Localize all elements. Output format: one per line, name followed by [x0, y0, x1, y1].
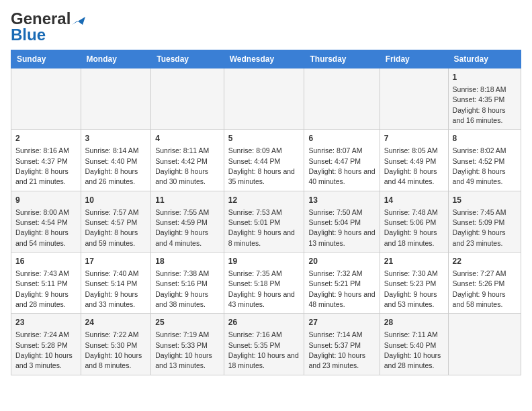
day-info: Sunrise: 7:50 AMSunset: 5:04 PMDaylight:…	[308, 208, 375, 247]
day-number: 27	[308, 317, 375, 328]
day-number: 5	[228, 133, 300, 144]
calendar-day-cell: 25Sunrise: 7:19 AMSunset: 5:33 PMDayligh…	[151, 314, 224, 375]
day-info: Sunrise: 7:45 AMSunset: 5:09 PMDaylight:…	[453, 208, 506, 247]
calendar-day-cell: 23Sunrise: 7:24 AMSunset: 5:28 PMDayligh…	[11, 314, 81, 375]
day-info: Sunrise: 7:35 AMSunset: 5:18 PMDaylight:…	[228, 269, 295, 308]
day-number: 11	[155, 195, 220, 206]
logo-blue-text: Blue	[11, 27, 85, 43]
calendar-day-cell: 10Sunrise: 7:57 AMSunset: 4:57 PMDayligh…	[81, 191, 151, 252]
day-info: Sunrise: 8:11 AMSunset: 4:42 PMDaylight:…	[155, 146, 209, 185]
day-number: 7	[384, 133, 444, 144]
day-number: 17	[85, 256, 147, 267]
day-info: Sunrise: 7:38 AMSunset: 5:16 PMDaylight:…	[155, 269, 209, 308]
day-info: Sunrise: 7:11 AMSunset: 5:40 PMDaylight:…	[384, 330, 441, 369]
calendar-day-cell: 17Sunrise: 7:40 AMSunset: 5:14 PMDayligh…	[81, 253, 151, 314]
day-info: Sunrise: 7:24 AMSunset: 5:28 PMDaylight:…	[15, 330, 73, 369]
svg-marker-0	[72, 17, 85, 25]
calendar-day-cell: 20Sunrise: 7:32 AMSunset: 5:21 PMDayligh…	[304, 253, 380, 314]
calendar-week-row: 9Sunrise: 8:00 AMSunset: 4:54 PMDaylight…	[11, 191, 521, 252]
calendar-day-cell: 21Sunrise: 7:30 AMSunset: 5:23 PMDayligh…	[380, 253, 448, 314]
day-info: Sunrise: 7:57 AMSunset: 4:57 PMDaylight:…	[85, 208, 139, 247]
day-number: 10	[85, 195, 147, 206]
day-info: Sunrise: 7:16 AMSunset: 5:35 PMDaylight:…	[228, 330, 299, 369]
day-info: Sunrise: 8:16 AMSunset: 4:37 PMDaylight:…	[15, 146, 69, 185]
day-info: Sunrise: 7:19 AMSunset: 5:33 PMDaylight:…	[155, 330, 212, 369]
day-info: Sunrise: 7:22 AMSunset: 5:30 PMDaylight:…	[85, 330, 142, 369]
calendar-day-cell: 5Sunrise: 8:09 AMSunset: 4:44 PMDaylight…	[224, 130, 304, 191]
day-info: Sunrise: 7:48 AMSunset: 5:06 PMDaylight:…	[384, 208, 438, 247]
calendar-day-cell: 18Sunrise: 7:38 AMSunset: 5:16 PMDayligh…	[151, 253, 224, 314]
weekday-header: Friday	[380, 50, 448, 68]
calendar-table: SundayMondayTuesdayWednesdayThursdayFrid…	[11, 50, 521, 375]
day-info: Sunrise: 7:55 AMSunset: 4:59 PMDaylight:…	[155, 208, 209, 247]
weekday-header: Wednesday	[224, 50, 304, 68]
calendar-day-cell	[304, 68, 380, 130]
day-info: Sunrise: 8:05 AMSunset: 4:49 PMDaylight:…	[384, 146, 438, 185]
day-number: 15	[453, 195, 517, 206]
calendar-day-cell: 28Sunrise: 7:11 AMSunset: 5:40 PMDayligh…	[380, 314, 448, 375]
calendar-day-cell	[11, 68, 81, 130]
calendar-day-cell: 12Sunrise: 7:53 AMSunset: 5:01 PMDayligh…	[224, 191, 304, 252]
calendar-day-cell: 1Sunrise: 8:18 AMSunset: 4:35 PMDaylight…	[448, 68, 521, 130]
day-number: 25	[155, 317, 220, 328]
day-number: 18	[155, 256, 220, 267]
day-info: Sunrise: 7:14 AMSunset: 5:37 PMDaylight:…	[308, 330, 365, 369]
calendar-week-row: 1Sunrise: 8:18 AMSunset: 4:35 PMDaylight…	[11, 68, 521, 130]
day-number: 4	[155, 133, 220, 144]
calendar-day-cell: 16Sunrise: 7:43 AMSunset: 5:11 PMDayligh…	[11, 253, 81, 314]
day-number: 24	[85, 317, 147, 328]
day-number: 13	[308, 195, 375, 206]
calendar-week-row: 2Sunrise: 8:16 AMSunset: 4:37 PMDaylight…	[11, 130, 521, 191]
day-number: 23	[15, 317, 77, 328]
calendar-day-cell	[81, 68, 151, 130]
calendar-day-cell	[448, 314, 521, 375]
day-number: 28	[384, 317, 444, 328]
day-info: Sunrise: 7:27 AMSunset: 5:26 PMDaylight:…	[453, 269, 506, 308]
day-info: Sunrise: 7:30 AMSunset: 5:23 PMDaylight:…	[384, 269, 438, 308]
calendar-day-cell: 13Sunrise: 7:50 AMSunset: 5:04 PMDayligh…	[304, 191, 380, 252]
day-number: 12	[228, 195, 300, 206]
day-number: 26	[228, 317, 300, 328]
calendar-day-cell: 6Sunrise: 8:07 AMSunset: 4:47 PMDaylight…	[304, 130, 380, 191]
calendar-day-cell: 14Sunrise: 7:48 AMSunset: 5:06 PMDayligh…	[380, 191, 448, 252]
logo: General Blue	[11, 11, 85, 43]
day-number: 16	[15, 256, 77, 267]
weekday-header: Tuesday	[151, 50, 224, 68]
calendar-day-cell: 7Sunrise: 8:05 AMSunset: 4:49 PMDaylight…	[380, 130, 448, 191]
calendar-day-cell: 22Sunrise: 7:27 AMSunset: 5:26 PMDayligh…	[448, 253, 521, 314]
day-number: 6	[308, 133, 375, 144]
calendar-day-cell: 26Sunrise: 7:16 AMSunset: 5:35 PMDayligh…	[224, 314, 304, 375]
weekday-header: Monday	[81, 50, 151, 68]
page-header: General Blue	[11, 11, 521, 43]
day-info: Sunrise: 7:40 AMSunset: 5:14 PMDaylight:…	[85, 269, 139, 308]
weekday-header: Thursday	[304, 50, 380, 68]
calendar-week-row: 16Sunrise: 7:43 AMSunset: 5:11 PMDayligh…	[11, 253, 521, 314]
calendar-day-cell: 4Sunrise: 8:11 AMSunset: 4:42 PMDaylight…	[151, 130, 224, 191]
calendar-week-row: 23Sunrise: 7:24 AMSunset: 5:28 PMDayligh…	[11, 314, 521, 375]
calendar-day-cell: 27Sunrise: 7:14 AMSunset: 5:37 PMDayligh…	[304, 314, 380, 375]
calendar-day-cell	[151, 68, 224, 130]
day-number: 1	[453, 72, 517, 83]
calendar-day-cell: 3Sunrise: 8:14 AMSunset: 4:40 PMDaylight…	[81, 130, 151, 191]
day-number: 3	[85, 133, 147, 144]
day-number: 20	[308, 256, 375, 267]
weekday-header: Saturday	[448, 50, 521, 68]
calendar-day-cell: 2Sunrise: 8:16 AMSunset: 4:37 PMDaylight…	[11, 130, 81, 191]
calendar-day-cell: 24Sunrise: 7:22 AMSunset: 5:30 PMDayligh…	[81, 314, 151, 375]
day-number: 2	[15, 133, 77, 144]
day-number: 14	[384, 195, 444, 206]
day-number: 19	[228, 256, 300, 267]
weekday-header: Sunday	[11, 50, 81, 68]
logo-bird-icon	[71, 13, 85, 25]
day-number: 9	[15, 195, 77, 206]
day-info: Sunrise: 8:07 AMSunset: 4:47 PMDaylight:…	[308, 146, 375, 185]
day-info: Sunrise: 8:02 AMSunset: 4:52 PMDaylight:…	[453, 146, 506, 185]
calendar-day-cell: 15Sunrise: 7:45 AMSunset: 5:09 PMDayligh…	[448, 191, 521, 252]
calendar-day-cell: 19Sunrise: 7:35 AMSunset: 5:18 PMDayligh…	[224, 253, 304, 314]
day-number: 22	[453, 256, 517, 267]
day-number: 8	[453, 133, 517, 144]
day-info: Sunrise: 7:32 AMSunset: 5:21 PMDaylight:…	[308, 269, 375, 308]
weekday-header-row: SundayMondayTuesdayWednesdayThursdayFrid…	[11, 50, 521, 68]
day-info: Sunrise: 8:14 AMSunset: 4:40 PMDaylight:…	[85, 146, 139, 185]
calendar-day-cell: 8Sunrise: 8:02 AMSunset: 4:52 PMDaylight…	[448, 130, 521, 191]
